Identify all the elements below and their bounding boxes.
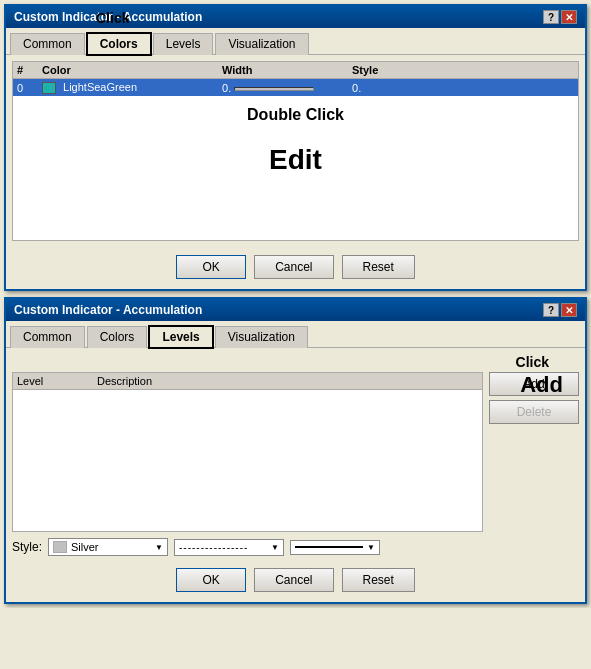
tab-colors-2[interactable]: Colors (87, 326, 148, 348)
dialog1-wrapper: Click Common Colors Levels Visualization… (6, 28, 585, 289)
tab-levels-2[interactable]: Levels (149, 326, 212, 348)
tab-visualization-1[interactable]: Visualization (215, 33, 308, 55)
col-header-color: Color (42, 64, 222, 76)
title-bar-2: Custom Indicator - Accumulation ? ✕ (6, 299, 585, 321)
col-header-level: Level (17, 375, 97, 387)
help-button-1[interactable]: ? (543, 10, 559, 24)
ok-button-1[interactable]: OK (176, 255, 246, 279)
close-icon-2: ✕ (565, 305, 573, 316)
cancel-button-2[interactable]: Cancel (254, 568, 333, 592)
col-header-style: Style (352, 64, 574, 76)
click-annotation-area: Click (12, 354, 569, 370)
title-bar-1: Custom Indicator - Accumulation ? ✕ (6, 6, 585, 28)
color-swatch (42, 82, 56, 94)
dialog2-wrapper: Common Colors Levels Visualization Click (6, 321, 585, 602)
help-button-2[interactable]: ? (543, 303, 559, 317)
double-click-area: Double Click Edit (13, 106, 578, 176)
levels-body: Add Level Description Add Delete (12, 372, 579, 532)
click-annotation-1: Click (96, 10, 129, 26)
title-bar-buttons-2: ? ✕ (543, 303, 577, 317)
tabs-1: Common Colors Levels Visualization (6, 28, 585, 55)
tab-common-1[interactable]: Common (10, 33, 85, 55)
tab-colors-1[interactable]: Colors (87, 33, 151, 55)
help-icon-1: ? (548, 12, 554, 23)
dialog2: Custom Indicator - Accumulation ? ✕ Comm… (4, 297, 587, 604)
close-icon-1: ✕ (565, 12, 573, 23)
style-color-value: Silver (71, 541, 99, 553)
dialog2-title: Custom Indicator - Accumulation (14, 303, 202, 317)
dash-style-value: ---------------- (179, 542, 248, 553)
dropdown-arrow-dash: ▼ (271, 543, 279, 552)
colors-table: # Color Width Style 0 LightSeaGreen 0. (12, 61, 579, 241)
style-color-dropdown[interactable]: Silver ▼ (48, 538, 168, 556)
dropdown-arrow-line: ▼ (367, 543, 375, 552)
add-annotation: Add (520, 372, 563, 398)
tab-common-2[interactable]: Common (10, 326, 85, 348)
colors-table-header: # Color Width Style (13, 62, 578, 79)
double-click-label: Double Click (13, 106, 578, 124)
levels-table-header: Level Description (13, 373, 482, 390)
reset-button-2[interactable]: Reset (342, 568, 415, 592)
col-header-width: Width (222, 64, 352, 76)
close-button-1[interactable]: ✕ (561, 10, 577, 24)
dash-style-dropdown[interactable]: ---------------- ▼ (174, 539, 284, 556)
silver-swatch (53, 541, 67, 553)
tab-levels-1[interactable]: Levels (153, 33, 214, 55)
edit-label: Edit (13, 144, 578, 176)
dialog2-body: Click Add Level Description (6, 348, 585, 602)
dropdown-arrow-style: ▼ (155, 543, 163, 552)
col-header-desc: Description (97, 375, 478, 387)
dialog1-body: # Color Width Style 0 LightSeaGreen 0. (6, 55, 585, 289)
row-width: 0. (222, 82, 352, 94)
delete-level-button[interactable]: Delete (489, 400, 579, 424)
title-bar-buttons-1: ? ✕ (543, 10, 577, 24)
cancel-button-1[interactable]: Cancel (254, 255, 333, 279)
line-width-value (295, 546, 363, 548)
style-label: Style: (12, 540, 42, 554)
help-icon-2: ? (548, 305, 554, 316)
button-row-1: OK Cancel Reset (12, 249, 579, 283)
style-row: Style: Silver ▼ ---------------- ▼ ▼ (12, 538, 579, 556)
ok-button-2[interactable]: OK (176, 568, 246, 592)
levels-table: Level Description (12, 372, 483, 532)
line-width-dropdown[interactable]: ▼ (290, 540, 380, 555)
click-annotation-2: Click (516, 354, 549, 370)
table-row[interactable]: 0 LightSeaGreen 0. 0. (13, 79, 578, 96)
tab-visualization-2[interactable]: Visualization (215, 326, 308, 348)
levels-table-area: Add Level Description (12, 372, 483, 532)
width-slider (234, 87, 314, 91)
reset-button-1[interactable]: Reset (342, 255, 415, 279)
close-button-2[interactable]: ✕ (561, 303, 577, 317)
row-color: LightSeaGreen (42, 81, 222, 94)
tabs-2: Common Colors Levels Visualization (6, 321, 585, 348)
col-header-hash: # (17, 64, 42, 76)
row-style: 0. (352, 82, 574, 94)
button-row-2: OK Cancel Reset (12, 562, 579, 596)
row-index: 0 (17, 82, 42, 94)
dialog1: Custom Indicator - Accumulation ? ✕ Clic… (4, 4, 587, 291)
